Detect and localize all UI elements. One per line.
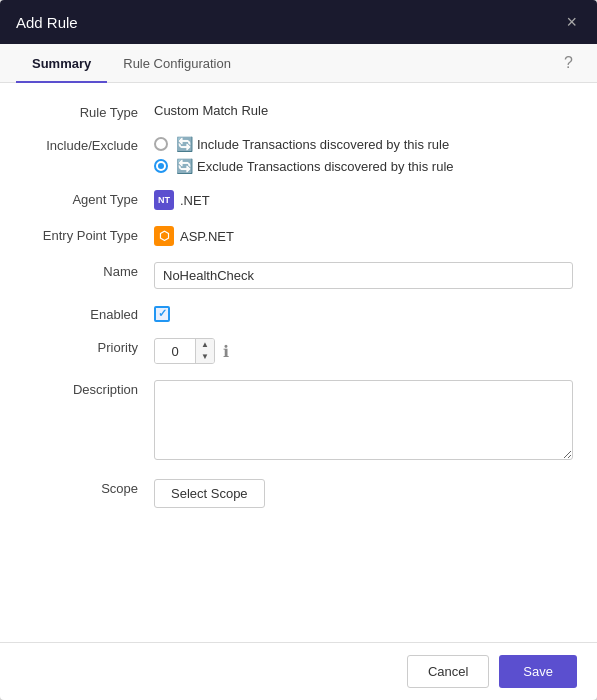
scope-value: Select Scope — [154, 479, 573, 508]
cancel-button[interactable]: Cancel — [407, 655, 489, 688]
select-scope-button[interactable]: Select Scope — [154, 479, 265, 508]
include-option[interactable]: 🔄 Include Transactions discovered by thi… — [154, 136, 573, 152]
entry-point-text: ASP.NET — [180, 229, 234, 244]
description-field-wrapper — [154, 380, 573, 463]
exclude-option[interactable]: 🔄 Exclude Transactions discovered by thi… — [154, 158, 573, 174]
agent-type-label: Agent Type — [24, 190, 154, 207]
description-label: Description — [24, 380, 154, 397]
tab-summary[interactable]: Summary — [16, 44, 107, 83]
include-exclude-label: Include/Exclude — [24, 136, 154, 153]
entry-point-row: Entry Point Type ⬡ ASP.NET — [24, 226, 573, 246]
agent-type-row: Agent Type NT .NET — [24, 190, 573, 210]
include-exclude-row: Include/Exclude 🔄 Include Transactions d… — [24, 136, 573, 174]
entry-point-value: ⬡ ASP.NET — [154, 226, 573, 246]
rule-type-row: Rule Type Custom Match Rule — [24, 103, 573, 120]
include-option-label: Include Transactions discovered by this … — [197, 137, 449, 152]
priority-spinner: ▲ ▼ — [154, 338, 215, 364]
name-row: Name — [24, 262, 573, 289]
spinner-buttons: ▲ ▼ — [195, 339, 214, 363]
add-rule-dialog: Add Rule × Summary Rule Configuration ? … — [0, 0, 597, 700]
description-row: Description — [24, 380, 573, 463]
include-exclude-group: 🔄 Include Transactions discovered by thi… — [154, 136, 573, 174]
tabs-bar: Summary Rule Configuration ? — [0, 44, 597, 83]
include-radio[interactable] — [154, 137, 168, 151]
help-icon[interactable]: ? — [556, 46, 581, 80]
dialog-title: Add Rule — [16, 14, 78, 31]
save-button[interactable]: Save — [499, 655, 577, 688]
description-input[interactable] — [154, 380, 573, 460]
dotnet-icon: NT — [154, 190, 174, 210]
name-label: Name — [24, 262, 154, 279]
enabled-label: Enabled — [24, 305, 154, 322]
agent-type-value: NT .NET — [154, 190, 573, 210]
name-input[interactable] — [154, 262, 573, 289]
priority-label: Priority — [24, 338, 154, 355]
enabled-value — [154, 305, 573, 322]
entry-point-label: Entry Point Type — [24, 226, 154, 243]
exclude-option-label: Exclude Transactions discovered by this … — [197, 159, 454, 174]
priority-down-button[interactable]: ▼ — [196, 351, 214, 363]
scope-row: Scope Select Scope — [24, 479, 573, 508]
name-field-wrapper — [154, 262, 573, 289]
dialog-footer: Cancel Save — [0, 642, 597, 700]
exclude-radio[interactable] — [154, 159, 168, 173]
scope-label: Scope — [24, 479, 154, 496]
aspnet-icon: ⬡ — [154, 226, 174, 246]
enabled-row: Enabled — [24, 305, 573, 322]
close-button[interactable]: × — [562, 9, 581, 35]
priority-up-button[interactable]: ▲ — [196, 339, 214, 351]
priority-group: ▲ ▼ ℹ — [154, 338, 573, 364]
rule-type-value: Custom Match Rule — [154, 103, 573, 118]
enabled-checkbox[interactable] — [154, 306, 170, 322]
priority-info-icon[interactable]: ℹ — [223, 342, 229, 361]
agent-type-text: .NET — [180, 193, 210, 208]
include-icon: 🔄 — [176, 136, 193, 152]
dialog-header: Add Rule × — [0, 0, 597, 44]
dialog-body: Rule Type Custom Match Rule Include/Excl… — [0, 83, 597, 642]
priority-row: Priority ▲ ▼ ℹ — [24, 338, 573, 364]
rule-type-label: Rule Type — [24, 103, 154, 120]
exclude-icon: 🔄 — [176, 158, 193, 174]
priority-input[interactable] — [155, 340, 195, 363]
tab-rule-configuration[interactable]: Rule Configuration — [107, 44, 247, 83]
